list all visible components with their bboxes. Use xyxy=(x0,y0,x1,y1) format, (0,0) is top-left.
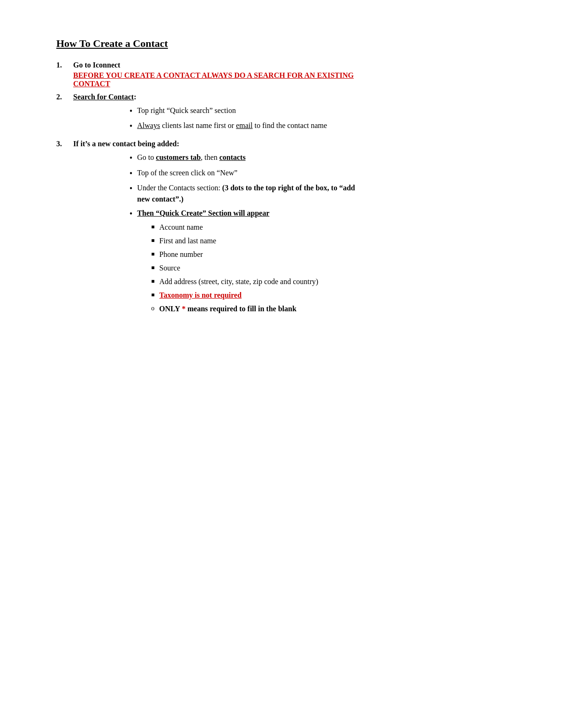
square-bullet: ■ xyxy=(151,236,154,245)
sub-item-phone-text: Phone number xyxy=(160,249,203,260)
customers-tab-text: customers tab xyxy=(156,153,201,161)
required-text: ONLY * means required to fill in the bla… xyxy=(159,303,297,315)
step1-label: Go to Iconnect xyxy=(73,61,120,69)
sub-item-source: ■ Source xyxy=(151,263,366,274)
bullet-dot: • xyxy=(129,120,132,132)
circle-sub-list: o ONLY * means required to fill in the b… xyxy=(151,303,366,315)
square-bullet: ■ xyxy=(151,223,154,232)
step2-content: Search for Contact: • Top right “Quick s… xyxy=(73,93,366,135)
sub-item-source-text: Source xyxy=(160,263,180,274)
sub-item-address: ■ Add address (street, city, state, zip … xyxy=(151,276,366,287)
quick-create-text: Then “Quick Create” Section will appear xyxy=(137,209,269,217)
step3-content: If it’s a new contact being added: • Go … xyxy=(73,140,366,319)
email-text: email xyxy=(236,121,253,129)
sub-item-phone: ■ Phone number xyxy=(151,249,366,260)
circle-item-required: o ONLY * means required to fill in the b… xyxy=(151,303,366,315)
three-dots-text: (3 dots to the top right of the box, to … xyxy=(137,184,355,203)
step1-number: 1. xyxy=(56,61,69,69)
step2-bullet2: • Always clients last name first or emai… xyxy=(129,120,366,132)
step1-warning: BEFORE YOU CREATE A CONTACT ALWAYS DO A … xyxy=(73,71,366,88)
step3-bullet1: • Go to customers tab, then contacts xyxy=(129,152,366,164)
sub-item-taxonomy-text: Taxonomy is not required xyxy=(160,290,242,301)
square-bullet: ■ xyxy=(151,277,154,286)
square-bullet: ■ xyxy=(151,250,154,259)
step3-bullet2-text: Top of the screen click on “New” xyxy=(137,167,366,179)
list-item-step3: 3. If it’s a new contact being added: • … xyxy=(56,140,366,319)
step3-label: If it’s a new contact being added: xyxy=(73,140,179,148)
sub-item-account-text: Account name xyxy=(160,222,203,233)
bullet-dot: • xyxy=(129,208,132,220)
step2-label: Search for Contact xyxy=(73,93,134,101)
step3-bullet3: • Under the Contacts section: (3 dots to… xyxy=(129,182,366,205)
required-star: * xyxy=(182,305,185,313)
step3-bullet2: • Top of the screen click on “New” xyxy=(129,167,366,180)
step1-content: Go to Iconnect BEFORE YOU CREATE A CONTA… xyxy=(73,61,366,88)
sub-item-taxonomy: ■ Taxonomy is not required xyxy=(151,290,366,301)
step3-bullet4-content: Then “Quick Create” Section will appear … xyxy=(137,208,366,317)
bullet-dot: • xyxy=(129,183,132,195)
square-bullet: ■ xyxy=(151,291,154,300)
step3-bullets: • Go to customers tab, then contacts • T… xyxy=(129,152,366,316)
step2-bullets: • Top right “Quick search” section • Alw… xyxy=(129,105,366,132)
always-text: Always xyxy=(137,121,160,129)
step2-bullet1: • Top right “Quick search” section xyxy=(129,105,366,117)
sub-item-name-text: First and last name xyxy=(160,235,216,247)
sub-item-address-text: Add address (street, city, state, zip co… xyxy=(160,276,319,287)
main-list: 1. Go to Iconnect BEFORE YOU CREATE A CO… xyxy=(56,61,366,320)
step2-colon: : xyxy=(134,93,136,101)
sub-item-name: ■ First and last name xyxy=(151,235,366,247)
quick-create-sub-list: ■ Account name ■ First and last name ■ P… xyxy=(151,222,366,301)
list-item-step2: 2. Search for Contact: • Top right “Quic… xyxy=(56,93,366,135)
bullet-dot: • xyxy=(129,168,132,180)
sub-item-account: ■ Account name xyxy=(151,222,366,233)
step2-number: 2. xyxy=(56,93,69,101)
bullet-dot: • xyxy=(129,105,132,117)
list-item-step1: 1. Go to Iconnect BEFORE YOU CREATE A CO… xyxy=(56,61,366,88)
circle-bullet: o xyxy=(151,303,154,313)
step3-number: 3. xyxy=(56,140,69,148)
bullet-dot: • xyxy=(129,152,132,164)
square-bullet: ■ xyxy=(151,263,154,272)
step3-bullet1-text: Go to customers tab, then contacts xyxy=(137,152,366,163)
step2-bullet2-text: Always clients last name first or email … xyxy=(137,120,366,131)
page-title: How To Create a Contact xyxy=(56,38,366,50)
step3-bullet3-text: Under the Contacts section: (3 dots to t… xyxy=(137,182,366,205)
step2-bullet1-text: Top right “Quick search” section xyxy=(137,105,366,116)
contacts-text: contacts xyxy=(219,153,245,161)
step3-bullet4: • Then “Quick Create” Section will appea… xyxy=(129,208,366,317)
